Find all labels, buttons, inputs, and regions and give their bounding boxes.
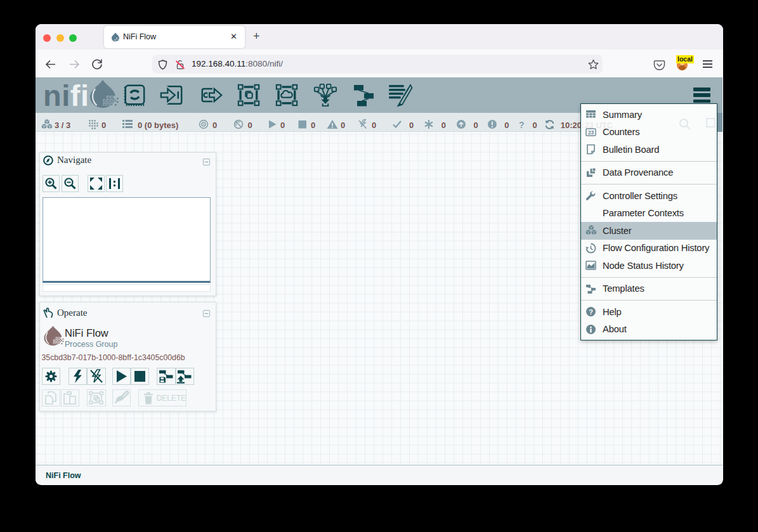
svg-text:?: ? [589, 308, 593, 316]
